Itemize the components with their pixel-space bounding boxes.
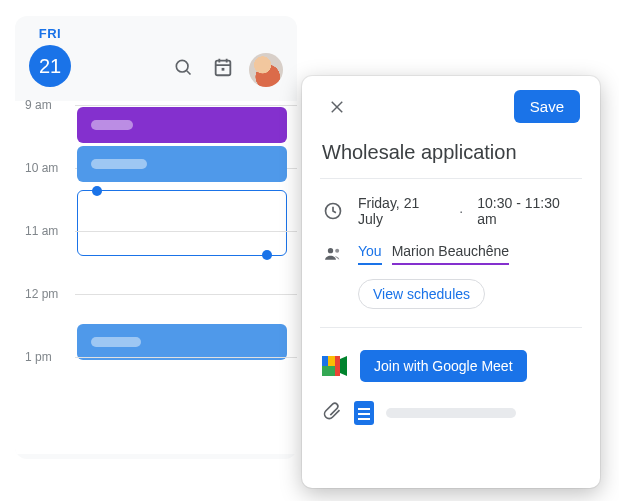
join-meet-button[interactable]: Join with Google Meet	[360, 350, 527, 382]
event-time: 10:30 - 11:30 am	[477, 195, 580, 227]
svg-rect-13	[322, 366, 328, 376]
svg-line-1	[187, 71, 191, 75]
date-picker[interactable]: FRI 21	[29, 26, 71, 87]
save-button[interactable]: Save	[514, 90, 580, 123]
today-icon[interactable]	[203, 47, 243, 87]
divider	[320, 327, 582, 328]
svg-point-0	[176, 60, 188, 72]
calendar-header: FRI 21	[15, 16, 297, 101]
clock-icon	[322, 201, 344, 221]
event-date: Friday, 21 July	[358, 195, 445, 227]
svg-rect-16	[335, 356, 340, 376]
divider	[320, 178, 582, 179]
guest-chip-marion[interactable]: Marion Beauchêne	[392, 243, 510, 265]
weekday-label: FRI	[39, 26, 61, 41]
google-meet-icon	[322, 356, 348, 376]
event-details-card: Save Wholesale application Friday, 21 Ju…	[302, 76, 600, 488]
attachment-placeholder	[386, 408, 516, 418]
resize-handle-top[interactable]	[92, 186, 102, 196]
svg-point-10	[328, 248, 333, 253]
paperclip-icon	[322, 400, 342, 426]
svg-rect-12	[322, 356, 328, 366]
time-row[interactable]: Friday, 21 July · 10:30 - 11:30 am	[322, 195, 580, 227]
calendar-panel: FRI 21 9 am 10 am 11 am	[15, 16, 297, 459]
attachment-row[interactable]	[322, 400, 580, 426]
view-schedules-button[interactable]: View schedules	[358, 279, 485, 309]
dot-separator: ·	[459, 203, 463, 219]
hour-label: 11 am	[25, 224, 58, 238]
hour-label: 10 am	[25, 161, 58, 175]
event-block[interactable]	[77, 107, 287, 143]
event-title[interactable]: Wholesale application	[322, 141, 580, 164]
svg-marker-17	[340, 356, 347, 376]
people-icon	[322, 244, 344, 264]
hour-label: 12 pm	[25, 287, 58, 301]
search-icon[interactable]	[163, 47, 203, 87]
avatar[interactable]	[249, 53, 283, 87]
close-icon[interactable]	[322, 92, 352, 122]
svg-rect-14	[328, 356, 335, 366]
svg-point-11	[335, 249, 339, 253]
event-block[interactable]	[77, 324, 287, 360]
guest-chip-you[interactable]: You	[358, 243, 382, 265]
hour-label: 1 pm	[25, 350, 52, 364]
guests-row[interactable]: You Marion Beauchêne	[322, 243, 580, 265]
docs-icon[interactable]	[354, 401, 374, 425]
event-block[interactable]	[77, 146, 287, 182]
svg-rect-2	[216, 61, 231, 76]
svg-rect-6	[222, 68, 225, 71]
calendar-grid[interactable]: 9 am 10 am 11 am 12 pm 1 pm	[15, 101, 297, 454]
hour-label: 9 am	[25, 98, 52, 112]
date-circle: 21	[29, 45, 71, 87]
svg-rect-15	[328, 366, 335, 376]
